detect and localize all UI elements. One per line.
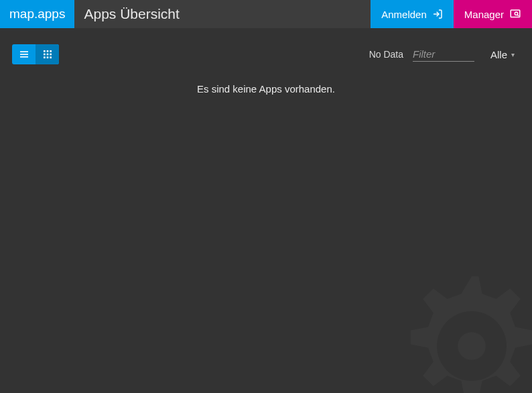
- login-icon: [432, 9, 443, 19]
- view-toggle: [12, 44, 59, 64]
- svg-rect-13: [44, 56, 46, 58]
- svg-rect-5: [20, 54, 28, 55]
- svg-rect-8: [46, 50, 48, 52]
- login-button[interactable]: Anmelden: [371, 0, 454, 28]
- grid-view-button[interactable]: [36, 44, 59, 64]
- svg-point-2: [515, 12, 518, 15]
- toolbar: No Data Alle ▾: [0, 28, 532, 72]
- svg-rect-10: [44, 54, 46, 56]
- svg-line-3: [517, 15, 519, 16]
- manager-icon: [509, 8, 521, 20]
- svg-rect-4: [20, 51, 28, 52]
- brand-text: map.apps: [9, 7, 65, 21]
- page-title-text: Apps Übersicht: [84, 6, 179, 22]
- filter-dropdown[interactable]: Alle ▾: [490, 49, 520, 60]
- gear-background-icon: [385, 259, 532, 393]
- svg-rect-6: [20, 56, 28, 58]
- header: map.apps Apps Übersicht Anmelden Manager: [0, 0, 532, 28]
- brand-logo[interactable]: map.apps: [0, 0, 74, 28]
- filter-input[interactable]: [413, 47, 474, 62]
- chevron-down-icon: ▾: [511, 51, 515, 58]
- manager-button[interactable]: Manager: [454, 0, 532, 28]
- login-label: Anmelden: [381, 9, 427, 20]
- no-data-label: No Data: [369, 49, 403, 60]
- page-title: Apps Übersicht: [74, 0, 371, 28]
- dropdown-value: Alle: [490, 49, 507, 60]
- svg-rect-14: [46, 56, 48, 58]
- svg-rect-7: [44, 50, 46, 52]
- svg-rect-11: [46, 54, 48, 56]
- svg-rect-9: [50, 50, 52, 52]
- svg-rect-15: [50, 56, 52, 58]
- list-icon: [19, 49, 29, 60]
- list-view-button[interactable]: [12, 44, 36, 64]
- manager-label: Manager: [464, 9, 504, 20]
- svg-rect-12: [50, 54, 52, 56]
- empty-state-message: Es sind keine Apps vorhanden.: [0, 83, 532, 95]
- grid-icon: [42, 49, 53, 60]
